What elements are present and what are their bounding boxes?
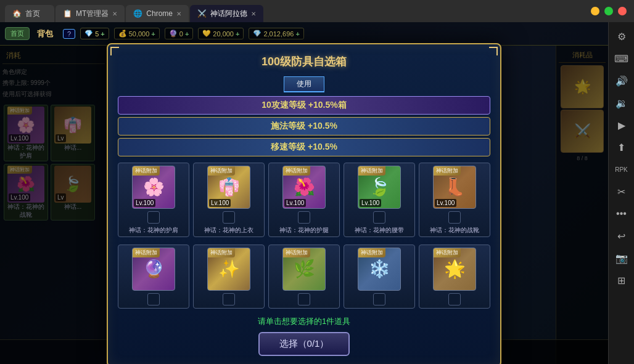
toolbar-rpk-btn[interactable]: RPK <box>612 160 631 179</box>
item-1-badge: 神话附加 <box>133 166 160 176</box>
mt-tab-close[interactable]: ✕ <box>112 10 117 17</box>
chrome-tab-close[interactable]: ✕ <box>176 10 181 17</box>
tab-game[interactable]: ⚔️ 神话阿拉德 ✕ <box>190 5 263 22</box>
select-button[interactable]: 选择（0/1） <box>258 332 350 356</box>
item-9-checkbox[interactable] <box>373 293 385 305</box>
item-8-img: 🌿 神话附加 <box>282 248 326 291</box>
section-tab-use[interactable]: 使用 <box>284 76 324 92</box>
gold-plus-btn[interactable]: + <box>151 30 155 38</box>
item-8-checkbox[interactable] <box>298 293 310 305</box>
tokens-plus-btn[interactable]: + <box>185 30 189 38</box>
toolbar-settings-btn[interactable]: ⚙ <box>612 27 631 46</box>
items-grid-row1: 🌸 Lv.100 神话附加 神话：花神的护肩 👘 Lv.100 神话附加 <box>118 163 490 237</box>
item-4-level: Lv.100 <box>360 199 381 207</box>
item-7-checkbox[interactable] <box>223 293 235 305</box>
item-1-checkbox[interactable] <box>147 211 160 224</box>
toolbar-upload-btn[interactable]: ⬆ <box>612 138 631 156</box>
home-button[interactable]: 首页 <box>5 27 30 40</box>
toolbar-keyboard-btn[interactable]: ⌨ <box>612 49 631 68</box>
filter-rows: 10攻速等级 +10.5%箱 施法等级 +10.5% 移速等级 +10.5% <box>118 96 490 156</box>
item-10-badge: 神话附加 <box>434 248 461 257</box>
item-6-img: 🔮 神话附加 <box>132 248 175 291</box>
item-4-badge: 神话附加 <box>358 166 385 176</box>
item-2-badge: 神话附加 <box>208 166 235 176</box>
home-tab-label: 首页 <box>25 9 40 19</box>
item-cell-5[interactable]: 👢 Lv.100 神话附加 神话：花神的战靴 <box>419 163 490 237</box>
toolbar-grid-btn[interactable]: ⊞ <box>612 271 631 289</box>
stat-coins: 💛 20,000 + <box>198 28 244 39</box>
item-cell-9[interactable]: ❄️ 神话附加 <box>344 245 415 309</box>
item-3-checkbox[interactable] <box>298 211 310 224</box>
item-cell-4[interactable]: 🍃 Lv.100 神话附加 神话：花神的腰带 <box>344 163 415 237</box>
item-7-img-wrap: ✨ 神话附加 <box>207 248 250 291</box>
premium-plus-btn[interactable]: + <box>295 30 299 38</box>
premium-icon: 💎 <box>253 30 261 38</box>
filter-row-attack-speed[interactable]: 10攻速等级 +10.5%箱 <box>118 96 490 115</box>
tab-chrome[interactable]: 🌐 Chrome ✕ <box>126 5 189 22</box>
modal-footer: 请单击想要选择的1件道具 选择（0/1） <box>118 316 490 356</box>
item-8-badge: 神话附加 <box>283 248 310 257</box>
item-2-checkbox[interactable] <box>223 211 235 224</box>
filter-row-move-speed[interactable]: 移速等级 +10.5% <box>118 138 490 156</box>
item-cell-3[interactable]: 🌺 Lv.100 神话附加 神话：花神的护腿 <box>268 163 340 237</box>
mt-tab-label: MT管理器 <box>76 9 109 19</box>
window-minimize-btn[interactable] <box>591 7 599 15</box>
item-8-img-wrap: 🌿 神话附加 <box>282 248 326 291</box>
item-cell-6[interactable]: 🔮 神话附加 <box>118 245 189 309</box>
status-text: 请单击想要选择的1件道具 <box>118 316 490 327</box>
item-cell-1[interactable]: 🌸 Lv.100 神话附加 神话：花神的护肩 <box>118 163 189 237</box>
help-icon[interactable]: ? <box>63 29 75 39</box>
stat-gold: 💰 50,000 + <box>114 28 160 39</box>
item-3-img: 🌺 Lv.100 神话附加 <box>282 166 326 209</box>
item-7-badge: 神话附加 <box>208 248 235 257</box>
item-10-img: 🌟 神话附加 <box>433 248 476 291</box>
right-toolbar: ⚙ ⌨ 🔊 🔉 ▶ ⬆ RPK ✂ ••• ↩ 📷 ⊞ <box>608 22 634 364</box>
toolbar-volume-down-btn[interactable]: 🔉 <box>612 94 631 112</box>
toolbar-scissors-btn[interactable]: ✂ <box>612 182 631 201</box>
item-5-level: Lv.100 <box>435 199 456 207</box>
toolbar-volume-btn[interactable]: 🔊 <box>612 71 631 90</box>
toolbar-play-btn[interactable]: ▶ <box>612 116 631 134</box>
filter-row-cast-speed[interactable]: 施法等级 +10.5% <box>118 117 490 135</box>
premium-value: 2,012,696 <box>263 30 294 38</box>
gems-plus-btn[interactable]: + <box>101 30 104 38</box>
filter-move-speed-text: 移速等级 +10.5% <box>126 142 482 153</box>
gold-icon: 💰 <box>118 30 127 38</box>
item-cell-2[interactable]: 👘 Lv.100 神话附加 神话：花神的上衣 <box>193 163 265 237</box>
item-9-img: ❄️ 神话附加 <box>358 248 401 291</box>
coins-value: 20,000 <box>213 30 234 38</box>
tokens-icon: 🔮 <box>169 30 178 38</box>
item-4-img: 🍃 Lv.100 神话附加 <box>358 166 401 209</box>
item-cell-10[interactable]: 🌟 神话附加 <box>419 245 490 309</box>
item-10-checkbox[interactable] <box>448 293 461 305</box>
browser-chrome: 🏠 首页 📋 MT管理器 ✕ 🌐 Chrome ✕ ⚔️ 神话阿拉德 ✕ <box>0 0 634 22</box>
tab-mt[interactable]: 📋 MT管理器 ✕ <box>56 5 125 22</box>
filter-cast-speed-text: 施法等级 +10.5% <box>126 121 482 132</box>
window-maximize-btn[interactable] <box>604 7 613 15</box>
item-5-img: 👢 Lv.100 神话附加 <box>433 166 476 209</box>
stat-premium: 💎 2,012,696 + <box>249 28 303 39</box>
item-2-img-wrap: 👘 Lv.100 神话附加 <box>207 166 250 209</box>
items-grid-row2: 🔮 神话附加 ✨ 神话附加 <box>118 245 490 309</box>
item-cell-8[interactable]: 🌿 神话附加 <box>268 245 340 309</box>
game-tab-close[interactable]: ✕ <box>251 10 256 17</box>
item-3-level: Lv.100 <box>284 199 306 207</box>
tokens-value: 0 <box>179 30 183 38</box>
item-cell-7[interactable]: ✨ 神话附加 <box>193 245 265 309</box>
item-3-img-wrap: 🌺 Lv.100 神话附加 <box>282 166 326 209</box>
window-close-btn[interactable] <box>618 7 627 15</box>
item-5-checkbox[interactable] <box>448 211 461 224</box>
game-top-bar: 首页 背包 ? 💎 5 + 💰 50,000 + 🔮 0 + 💛 20,000 … <box>0 22 608 46</box>
item-2-img: 👘 Lv.100 神话附加 <box>207 166 250 209</box>
toolbar-more-btn[interactable]: ••• <box>612 204 631 223</box>
item-3-name: 神话：花神的护腿 <box>279 226 329 234</box>
item-6-checkbox[interactable] <box>147 293 160 305</box>
gems-icon: 💎 <box>84 30 93 38</box>
coins-plus-btn[interactable]: + <box>236 30 239 38</box>
toolbar-back-btn[interactable]: ↩ <box>612 227 631 245</box>
item-3-badge: 神话附加 <box>283 166 310 176</box>
tab-home[interactable]: 🏠 首页 <box>5 5 54 22</box>
item-4-checkbox[interactable] <box>373 211 385 224</box>
toolbar-camera-btn[interactable]: 📷 <box>612 249 631 267</box>
game-area: 首页 背包 ? 💎 5 + 💰 50,000 + 🔮 0 + 💛 20,000 … <box>0 22 608 364</box>
